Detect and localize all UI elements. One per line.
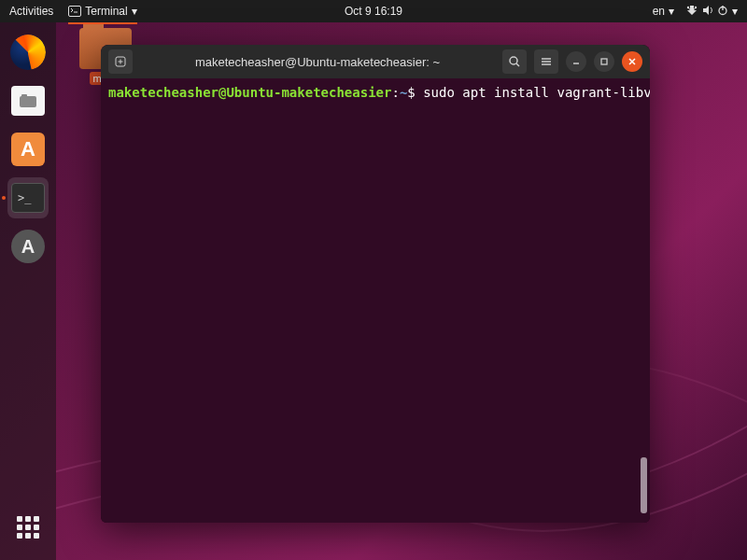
- activities-button[interactable]: Activities: [9, 5, 53, 18]
- chevron-down-icon: ▾: [732, 5, 738, 18]
- svg-point-11: [510, 57, 517, 64]
- terminal-window: maketecheasher@Ubuntu-maketecheasier: ~ …: [101, 45, 650, 523]
- language-label: en: [653, 5, 665, 18]
- svg-rect-0: [69, 7, 81, 17]
- files-app[interactable]: [7, 80, 49, 121]
- active-app-indicator[interactable]: Terminal ▾: [68, 5, 136, 18]
- terminal-indicator-icon: [68, 6, 81, 17]
- software-center-icon: A: [11, 133, 45, 166]
- minimize-icon: [571, 57, 581, 66]
- window-title: maketecheasher@Ubuntu-maketecheasier: ~: [140, 55, 495, 69]
- top-panel: Activities Terminal ▾ Oct 9 16:19 en ▾ ▾: [0, 0, 747, 22]
- close-icon: [627, 57, 637, 66]
- hamburger-icon: [540, 55, 553, 68]
- updater-icon: A: [11, 230, 45, 263]
- new-tab-button[interactable]: [108, 49, 133, 74]
- power-icon: [717, 5, 728, 19]
- svg-rect-17: [601, 59, 607, 64]
- prompt-separator: :: [391, 85, 399, 100]
- terminal-app[interactable]: >_: [7, 177, 49, 218]
- show-applications-button[interactable]: [7, 513, 49, 554]
- maximize-button[interactable]: [594, 51, 614, 72]
- running-indicator: [2, 196, 6, 200]
- minimize-button[interactable]: [566, 51, 586, 72]
- dock: A >_ A: [0, 22, 56, 560]
- command-input: sudo apt install vagrant-libvirt: [423, 85, 650, 100]
- hamburger-menu-button[interactable]: [534, 49, 558, 74]
- search-icon: [508, 55, 521, 68]
- network-icon: [685, 5, 698, 19]
- software-updater-app[interactable]: A: [7, 226, 49, 267]
- active-app-label: Terminal: [85, 5, 127, 18]
- svg-line-12: [516, 63, 519, 66]
- prompt-symbol: $: [407, 85, 415, 100]
- svg-rect-7: [21, 94, 27, 98]
- terminal-body[interactable]: maketecheasher@Ubuntu-maketecheasier:~$ …: [101, 78, 650, 523]
- scrollbar-thumb[interactable]: [641, 457, 647, 513]
- prompt-line: maketecheasher@Ubuntu-maketecheasier:~$ …: [108, 84, 642, 102]
- files-icon: [11, 86, 45, 116]
- apps-grid-icon: [17, 516, 39, 539]
- new-tab-icon: [114, 55, 127, 68]
- maximize-icon: [599, 57, 609, 66]
- sound-icon: [702, 5, 713, 19]
- panel-datetime[interactable]: Oct 9 16:19: [345, 5, 402, 18]
- firefox-icon: [10, 35, 46, 70]
- chevron-down-icon: ▾: [132, 5, 137, 18]
- panel-left: Activities Terminal ▾: [9, 5, 137, 18]
- terminal-titlebar[interactable]: maketecheasher@Ubuntu-maketecheasier: ~: [101, 45, 650, 78]
- close-button[interactable]: [622, 51, 642, 72]
- command-text: [416, 85, 423, 100]
- firefox-app[interactable]: [7, 32, 49, 73]
- panel-right: en ▾ ▾: [653, 5, 738, 19]
- software-app[interactable]: A: [7, 129, 49, 170]
- chevron-down-icon: ▾: [669, 5, 674, 18]
- terminal-icon: >_: [11, 183, 45, 213]
- input-language[interactable]: en ▾: [653, 5, 674, 18]
- search-button[interactable]: [502, 49, 527, 74]
- system-menu[interactable]: ▾: [685, 5, 738, 19]
- prompt-userhost: maketecheasher@Ubuntu-maketecheasier: [108, 85, 391, 100]
